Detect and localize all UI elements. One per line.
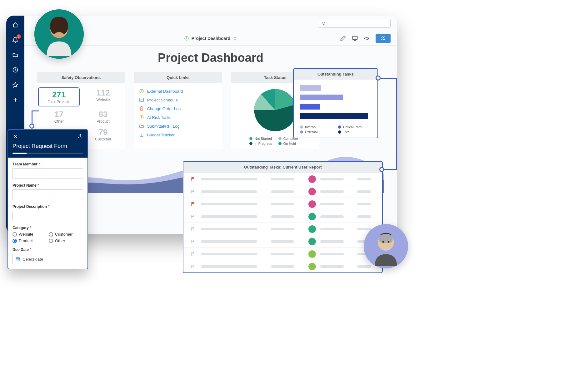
star-outline-icon[interactable] xyxy=(233,36,237,41)
radio-label: Customer xyxy=(55,232,72,237)
flag-cell[interactable] xyxy=(187,202,199,206)
legend-item: Total xyxy=(338,130,371,134)
avatar xyxy=(308,175,316,183)
close-icon[interactable] xyxy=(12,134,18,139)
link-item[interactable]: Budget Tracker xyxy=(134,130,222,139)
legend-label: Critical Path xyxy=(343,125,362,129)
report-title: Outstanding Tasks: Current User Report xyxy=(183,162,382,173)
skel-cell xyxy=(269,178,306,180)
avatar xyxy=(34,9,84,59)
flag-cell[interactable] xyxy=(187,252,199,256)
radio-circle xyxy=(49,239,53,243)
share-icon[interactable] xyxy=(77,134,83,139)
link-label: At Risk Tasks xyxy=(147,115,172,120)
skel-cell xyxy=(269,265,306,268)
link-item[interactable]: External Dashboard xyxy=(134,87,222,96)
flag-cell[interactable] xyxy=(187,214,199,219)
avatar xyxy=(364,224,408,268)
table-row[interactable] xyxy=(183,247,382,260)
legend-item: Internal xyxy=(300,125,333,129)
home-icon[interactable] xyxy=(12,21,19,29)
star-icon[interactable] xyxy=(12,81,19,89)
skel-cell xyxy=(199,265,269,268)
title-actions xyxy=(340,34,391,43)
table-row[interactable] xyxy=(183,210,382,223)
table-row[interactable] xyxy=(183,235,382,247)
flag-cell[interactable] xyxy=(187,227,199,231)
widget-safety-title: Safety Observations xyxy=(37,72,125,83)
flag-cell[interactable] xyxy=(187,189,199,194)
avatar xyxy=(308,188,316,195)
radio-option[interactable]: Other xyxy=(49,238,83,243)
legend-item: Critical Path xyxy=(338,125,371,129)
skel-cell xyxy=(355,203,379,205)
plus-icon[interactable] xyxy=(12,96,19,104)
connector-line xyxy=(32,111,32,125)
table-row[interactable] xyxy=(183,185,382,198)
legend-item: External xyxy=(300,130,333,134)
radio-circle xyxy=(12,232,17,237)
flag-cell[interactable] xyxy=(187,264,199,269)
radio-option[interactable]: Product xyxy=(12,238,47,243)
connector-dot xyxy=(29,124,34,129)
project-name-field[interactable] xyxy=(12,189,83,200)
skel-cell xyxy=(199,215,269,218)
table-row[interactable] xyxy=(183,173,382,185)
team-member-field[interactable] xyxy=(12,168,83,179)
legend-label: Total xyxy=(343,130,350,134)
skel-cell xyxy=(199,190,269,193)
avatar xyxy=(308,225,316,233)
flag-icon xyxy=(191,227,195,231)
radio-option[interactable]: Customer xyxy=(49,232,83,237)
report-icon xyxy=(139,132,144,137)
skel-cell xyxy=(269,203,306,205)
svg-rect-8 xyxy=(140,107,143,110)
stat-cell: 112Website xyxy=(81,86,125,108)
svg-point-1 xyxy=(322,22,325,24)
svg-rect-14 xyxy=(17,259,18,260)
connector-line xyxy=(380,78,397,79)
table-row[interactable] xyxy=(183,260,382,272)
bar-legend: InternalCritical PathExternalTotal xyxy=(294,125,377,134)
skel-cell xyxy=(318,240,355,243)
bar-row xyxy=(300,85,371,91)
radio-option[interactable]: Website xyxy=(12,232,47,237)
skel-cell xyxy=(318,265,355,268)
page-title: Project Dashboard xyxy=(184,36,237,41)
share-button[interactable] xyxy=(376,34,391,43)
avatar xyxy=(308,238,316,245)
link-label: Submittal/RFI Log xyxy=(147,124,180,129)
table-row[interactable] xyxy=(183,223,382,235)
legend-dot xyxy=(278,137,282,140)
legend-item: On Hold xyxy=(278,142,301,145)
link-item[interactable]: At Risk Tasks xyxy=(134,113,222,122)
bar-row xyxy=(300,113,371,120)
link-item[interactable]: Change Order Log xyxy=(134,104,222,113)
present-icon[interactable] xyxy=(352,35,358,42)
legend-label: In Progress xyxy=(254,142,272,145)
edit-icon[interactable] xyxy=(340,35,346,42)
stat-cell: 271Total Projects xyxy=(38,87,80,106)
folder-icon[interactable] xyxy=(12,51,19,59)
svg-rect-13 xyxy=(17,259,17,260)
project-desc-label: Project Description * xyxy=(12,204,83,209)
flag-cell[interactable] xyxy=(187,239,199,244)
clock-icon[interactable] xyxy=(12,66,19,74)
legend-dot xyxy=(278,142,282,145)
search-input[interactable] xyxy=(319,19,391,28)
avatar-cell xyxy=(306,213,318,220)
bell-icon[interactable]: 3 xyxy=(12,36,19,44)
megaphone-icon[interactable] xyxy=(364,35,370,42)
skel-cell xyxy=(269,240,306,243)
skel-cell xyxy=(318,215,355,218)
project-desc-field[interactable] xyxy=(12,211,83,221)
bar-row xyxy=(300,103,371,110)
table-row[interactable] xyxy=(183,198,382,210)
flag-cell[interactable] xyxy=(187,177,199,181)
form-header: Project Request Form xyxy=(8,130,87,158)
link-item[interactable]: Submittal/RFI Log xyxy=(134,122,222,130)
svg-point-4 xyxy=(382,37,383,38)
date-placeholder: Select date xyxy=(23,257,43,262)
due-date-field[interactable]: Select date xyxy=(12,254,83,264)
link-item[interactable]: Project Schedule xyxy=(134,96,222,104)
